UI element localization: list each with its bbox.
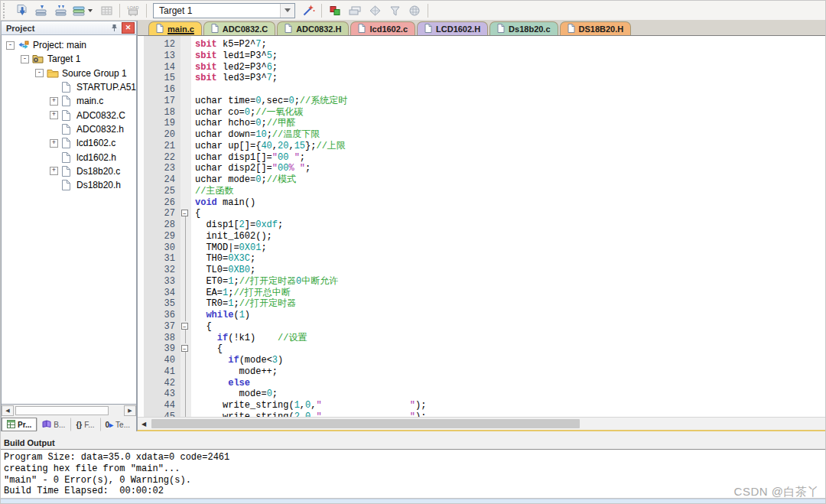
build-output-panel[interactable]: Program Size: data=35.0 xdata=0 code=246… (1, 449, 825, 499)
fold-margin (180, 84, 191, 96)
code-line-13[interactable]: 13sbit led1=P3^5; (138, 50, 826, 62)
code-line-32[interactable]: 32 TL0=0XB0; (138, 265, 826, 276)
code-line-17[interactable]: 17uchar time=0,sec=0;//系统定时 (138, 96, 826, 107)
code-line-31[interactable]: 31 TH0=0X3C; (138, 253, 826, 265)
code-line-35[interactable]: 35 TR0=1;//打开定时器 (138, 298, 826, 310)
expand-icon[interactable]: + (50, 97, 58, 106)
workspace-tab-pr[interactable]: Pr... (2, 418, 37, 431)
tree-item-lcd1602-c[interactable]: +lcd1602.c (2, 136, 136, 150)
toolbar-separator (119, 4, 120, 18)
stop-build-button[interactable] (96, 2, 116, 19)
code-line-26[interactable]: 26void main() (138, 197, 826, 209)
code-line-14[interactable]: 14sbit led2=P3^6; (138, 62, 826, 73)
editor-tab-main-c[interactable]: main.c (148, 21, 202, 35)
fold-collapse-icon[interactable] (180, 321, 191, 333)
workspace-tab-f[interactable]: {}F... (70, 418, 99, 431)
code-text: if(mode<3) (191, 355, 826, 366)
horizontal-splitter[interactable] (1, 431, 825, 437)
batch-build-button[interactable] (70, 2, 96, 19)
workspace-tab-te[interactable]: 0▸Te... (100, 418, 136, 431)
code-line-33[interactable]: 33 ET0=1;//打开定时器0中断允许 (138, 276, 826, 288)
scroll-right-icon[interactable]: ▶ (124, 405, 136, 416)
download-button[interactable]: LOAD (123, 2, 143, 19)
translate-file-button[interactable] (11, 2, 31, 19)
code-line-38[interactable]: 38 if(!k1) //设置 (138, 333, 826, 344)
code-line-37[interactable]: 37 { (138, 321, 826, 333)
close-panel-button[interactable]: ✕ (122, 22, 135, 34)
code-line-43[interactable]: 43 mode=0; (138, 389, 826, 400)
collapse-icon[interactable]: - (35, 69, 44, 77)
editor-hscrollbar[interactable]: ◀ (138, 417, 826, 430)
rebuild-all-button[interactable] (50, 2, 70, 19)
collapse-icon[interactable]: - (6, 41, 15, 50)
code-line-40[interactable]: 40 if(mode<3) (138, 355, 826, 366)
file-extensions-button[interactable] (345, 2, 365, 19)
package-button[interactable] (405, 2, 424, 19)
code-line-25[interactable]: 25//主函数 (138, 186, 826, 197)
code-line-27[interactable]: 27{ (138, 208, 826, 219)
code-editor[interactable]: 12sbit k5=P2^7;13sbit led1=P3^5;14sbit l… (138, 36, 826, 417)
editor-tab-ds18b20-h[interactable]: DS18B20.H (560, 21, 632, 35)
file-icon (61, 96, 74, 106)
tree-item-lcd1602-h[interactable]: lcd1602.h (2, 150, 136, 164)
editor-tab-lcd1602-c[interactable]: lcd1602.c (350, 21, 415, 35)
target-dropdown-button[interactable] (280, 4, 294, 18)
scrollbar-thumb[interactable] (15, 406, 109, 415)
code-line-41[interactable]: 41 mode++; (138, 366, 826, 378)
code-line-42[interactable]: 42 else (138, 378, 826, 389)
toolbar-drag-handle[interactable] (3, 3, 8, 18)
code-line-24[interactable]: 24uchar mode=0;//模式 (138, 174, 826, 186)
scrollbar-thumb[interactable] (151, 419, 580, 428)
expand-icon[interactable]: + (50, 139, 58, 148)
tree-item-ds18b20-h[interactable]: Ds18b20.h (2, 178, 136, 192)
code-line-18[interactable]: 18uchar co=0;//一氧化碳 (138, 107, 826, 119)
fold-collapse-icon[interactable] (180, 208, 191, 219)
tree-item-source-group-1[interactable]: -Source Group 1 (2, 67, 136, 80)
collapse-icon[interactable]: - (21, 55, 29, 63)
code-line-22[interactable]: 22uchar disp1[]="00 "; (138, 152, 826, 164)
tree-item-adc0832-h[interactable]: ADC0832.h (2, 122, 136, 136)
manage-project-items-button[interactable] (325, 2, 345, 19)
code-line-34[interactable]: 34 EA=1;//打开总中断 (138, 288, 826, 299)
code-line-28[interactable]: 28 disp1[2]=0xdf; (138, 219, 826, 231)
code-line-20[interactable]: 20uchar down=10;//温度下限 (138, 129, 826, 141)
code-line-15[interactable]: 15sbit led3=P3^7; (138, 73, 826, 84)
editor-tab-lcd1602-h[interactable]: LCD1602.H (417, 21, 488, 35)
code-line-44[interactable]: 44 write_string(1,0," "); (138, 400, 826, 411)
code-line-29[interactable]: 29 init_1602(); (138, 231, 826, 242)
code-line-16[interactable]: 16 (138, 84, 826, 96)
tree-item-startup-a51[interactable]: STARTUP.A51 (2, 80, 136, 94)
tree-item-target-1[interactable]: -Target 1 (2, 52, 136, 66)
scroll-left-icon[interactable]: ◀ (2, 405, 14, 416)
editor-tab-ds18b20-c[interactable]: Ds18b20.c (489, 21, 558, 35)
build-button[interactable] (31, 2, 50, 19)
workspace-tab-b[interactable]: B... (37, 418, 70, 431)
code-line-36[interactable]: 36 while(1) (138, 310, 826, 321)
code-line-45[interactable]: 45 write_string(2,0," "); (138, 411, 826, 417)
pin-button[interactable] (109, 23, 120, 34)
target-select[interactable]: Target 1 (153, 3, 295, 18)
editor-tab-adc0832-c[interactable]: ADC0832.C (203, 21, 275, 35)
editor-tab-adc0832-h[interactable]: ADC0832.H (277, 21, 349, 35)
tree-item-label: ADC0832.h (76, 124, 124, 135)
code-line-21[interactable]: 21uchar up[]={40,20,15};//上限 (138, 141, 826, 152)
options-for-target-button[interactable] (298, 2, 318, 19)
scroll-left-icon[interactable]: ◀ (138, 418, 150, 430)
code-line-19[interactable]: 19uchar hcho=0;//甲醛 (138, 118, 826, 129)
code-line-39[interactable]: 39 { (138, 343, 826, 355)
tree-item-main-c[interactable]: +main.c (2, 94, 136, 108)
filter-button[interactable] (385, 2, 405, 19)
tree-item-ds18b20-c[interactable]: +Ds18b20.c (2, 164, 136, 178)
code-text: if(!k1) //设置 (191, 333, 826, 344)
code-line-12[interactable]: 12sbit k5=P2^7; (138, 39, 826, 50)
project-panel-hscrollbar[interactable]: ◀ ▶ (1, 405, 137, 417)
books-icon (42, 420, 51, 430)
code-line-30[interactable]: 30 TMOD|=0X01; (138, 242, 826, 254)
tree-item-project-main[interactable]: -Project: main (2, 38, 136, 52)
multi-project-button[interactable] (365, 2, 385, 19)
expand-icon[interactable]: + (50, 111, 58, 119)
fold-collapse-icon[interactable] (180, 343, 191, 355)
code-line-23[interactable]: 23uchar disp2[]="00% "; (138, 163, 826, 174)
expand-icon[interactable]: + (50, 167, 58, 175)
tree-item-adc0832-c[interactable]: +ADC0832.C (2, 108, 136, 122)
